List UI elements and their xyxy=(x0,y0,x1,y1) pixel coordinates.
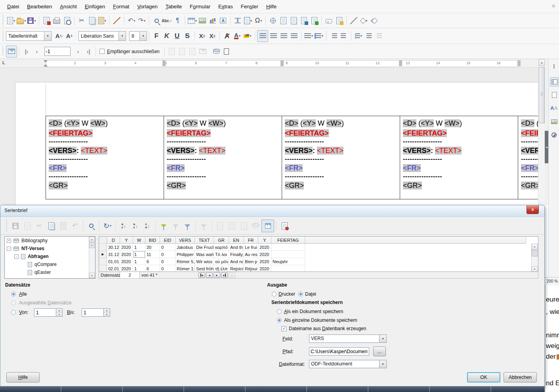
merge-field[interactable]: <FEIERTAG> xyxy=(521,129,538,137)
next-record-button[interactable]: › xyxy=(73,46,83,57)
grid-cell[interactable]: τῇ ἐλπ xyxy=(214,265,229,272)
grid-cell[interactable]: Die Fruch xyxy=(195,244,214,251)
bold-button[interactable]: F xyxy=(151,31,162,42)
merge-field[interactable]: <GR> xyxy=(521,182,538,189)
spin-down-icon[interactable]: ▼ xyxy=(56,313,62,316)
alle-label[interactable]: Alle xyxy=(19,291,27,297)
grid-cell[interactable]: 02.01 xyxy=(107,265,120,272)
help-button[interactable]: Hilfe xyxy=(6,372,40,382)
scroll-up-button[interactable]: ▲ xyxy=(532,244,538,250)
grid-cell[interactable]: οὐ μόν xyxy=(214,258,229,265)
merge-field[interactable]: <FEIERTAG> xyxy=(403,129,447,137)
insert-bookmark-button[interactable] xyxy=(299,15,309,26)
merge-field[interactable]: <W> xyxy=(445,119,460,127)
merge-field[interactable]: <FR> xyxy=(49,164,67,172)
insert-endnote-button[interactable] xyxy=(288,15,299,26)
grid-cell[interactable]: 31.12 xyxy=(107,251,120,258)
column-header-bid[interactable]: BID xyxy=(145,237,160,244)
merge-field[interactable]: <FR> xyxy=(521,164,538,172)
sidebar-tab-properties[interactable] xyxy=(550,77,559,86)
font-size-combo[interactable]: 8▾ xyxy=(129,31,147,41)
paste-button[interactable]: ▾ xyxy=(97,15,107,26)
save-button[interactable]: ▾ xyxy=(27,15,37,26)
toolbar-grip[interactable] xyxy=(2,46,4,57)
ruler[interactable]: L 2345678910111213141516 xyxy=(0,59,538,68)
column-header-w[interactable]: W xyxy=(133,237,145,244)
merge-field[interactable]: <TEXT> xyxy=(317,147,343,155)
basic-shapes-button[interactable]: ▾ xyxy=(359,15,369,26)
cut-button[interactable]: ✂ xyxy=(76,15,87,26)
grid-cell[interactable]: Römer 1: xyxy=(176,265,195,272)
grid-cell[interactable]: 01.01 xyxy=(107,258,120,265)
sidebar-tab-gallery[interactable] xyxy=(550,117,558,126)
scroll-down-button[interactable]: ▼ xyxy=(532,266,538,272)
data-sources-button[interactable] xyxy=(211,46,221,57)
indent-marker-top[interactable] xyxy=(44,60,48,63)
combo-arrow-icon[interactable]: ▾ xyxy=(379,360,386,368)
merge-field[interactable]: <TEXT> xyxy=(81,147,107,155)
record-number-value[interactable]: 2 xyxy=(120,272,140,278)
autofilter-button[interactable] xyxy=(158,220,170,232)
standard-filter-button[interactable] xyxy=(181,220,193,232)
merge-field[interactable]: <FEIERTAG> xyxy=(285,129,329,137)
merge-field[interactable]: <D> xyxy=(167,119,180,127)
column-header-d[interactable]: D xyxy=(107,237,120,244)
collapse-icon[interactable]: - xyxy=(14,254,19,259)
vertical-scrollbar[interactable]: ▲ xyxy=(538,59,545,205)
collapse-icon[interactable]: - xyxy=(7,247,11,251)
bullet-list-button[interactable]: ▾ xyxy=(303,31,314,42)
record-number-input[interactable] xyxy=(44,47,71,56)
decrease-indent-button[interactable] xyxy=(339,31,349,42)
grid-cell[interactable]: Was wah xyxy=(195,251,214,258)
column-header-y[interactable]: Y xyxy=(120,237,133,244)
merge-field[interactable]: <TEXT> xyxy=(435,147,462,155)
copy-button[interactable] xyxy=(87,15,97,26)
grid-cell[interactable]: Seid fröh xyxy=(195,265,214,272)
grid-cell[interactable]: And no xyxy=(229,258,244,265)
export-pdf-button[interactable] xyxy=(41,15,52,26)
grid-cell[interactable]: 2020 xyxy=(120,244,133,251)
grid-cell[interactable]: 6 xyxy=(145,258,160,265)
paragraph-style-combo[interactable]: Tabelleninhalt▾ xyxy=(6,31,52,41)
row-marker[interactable] xyxy=(99,258,107,265)
grid-cell[interactable]: 11 xyxy=(145,251,160,258)
als-ein-dokument-label[interactable]: Als ein Dokument speichern xyxy=(284,309,343,314)
update-style-button[interactable]: A↻ xyxy=(54,31,64,42)
grid-cell[interactable]: Au res xyxy=(244,251,258,258)
sidebar-tab-page[interactable] xyxy=(550,91,558,99)
open-button[interactable]: ▾ xyxy=(16,15,27,26)
track-changes-button[interactable] xyxy=(334,15,344,26)
new-document-button[interactable]: ▾ xyxy=(6,15,16,26)
scroll-down-button[interactable]: ▼ xyxy=(89,273,95,278)
merge-field[interactable]: <VERS> xyxy=(167,147,195,155)
tree-item-qcompare[interactable]: qCompare xyxy=(5,260,95,268)
column-header-gr[interactable]: GR xyxy=(214,237,229,244)
toolbar-grip[interactable] xyxy=(2,15,4,25)
insert-textbox-button[interactable]: A xyxy=(218,15,228,26)
align-left-button[interactable] xyxy=(257,30,268,42)
indent-marker-bottom[interactable] xyxy=(44,64,48,67)
grid-cell[interactable]: 2020 xyxy=(258,244,271,251)
insert-field-button[interactable]: ▾ xyxy=(243,15,253,26)
exclude-recipient-checkbox[interactable] xyxy=(99,49,105,54)
table-row[interactable]: ▶31.1220201110PhilipperWas wahΤὸ λοιFina… xyxy=(99,251,538,258)
superscript-button[interactable]: X2 xyxy=(197,31,207,42)
copy-button[interactable] xyxy=(45,220,57,232)
column-header-y[interactable]: Y xyxy=(258,237,271,244)
last-record-button[interactable]: ▸ xyxy=(221,272,228,278)
tree-item-qeaster[interactable]: qEaster xyxy=(5,268,95,276)
pfad-input[interactable] xyxy=(309,347,369,356)
scrollbar-thumb[interactable]: ≡ xyxy=(89,243,95,248)
grid-cell[interactable]: 1 xyxy=(133,265,145,272)
datei-radio[interactable] xyxy=(298,292,303,296)
clone-formatting-button[interactable] xyxy=(112,15,122,26)
als-ein-dokument-radio[interactable] xyxy=(277,309,282,314)
merge-cell[interactable]: <D> (<Y> W <W>)<FEIERTAG>---------------… xyxy=(46,116,164,199)
datei-label[interactable]: Datei xyxy=(305,291,316,297)
page-break-button[interactable] xyxy=(233,15,243,26)
merge-field[interactable]: <W> xyxy=(90,119,105,127)
von-label[interactable]: Von: xyxy=(19,310,29,315)
merge-field[interactable]: <TEXT> xyxy=(199,147,225,155)
merge-fields-table[interactable]: <D> (<Y> W <W>)<FEIERTAG>---------------… xyxy=(46,116,538,199)
align-right-button[interactable] xyxy=(279,31,289,42)
